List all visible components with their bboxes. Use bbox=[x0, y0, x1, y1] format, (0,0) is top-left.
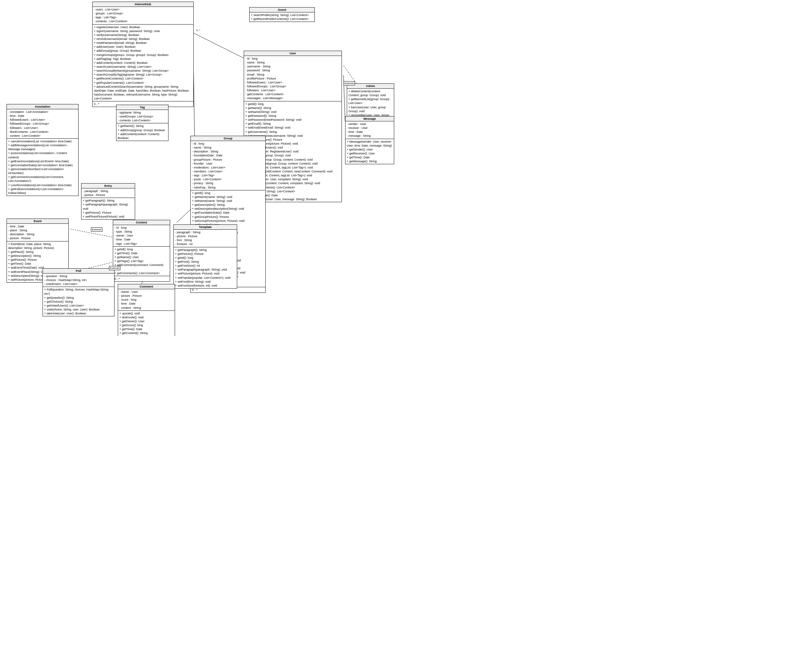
comment-title: Comment bbox=[118, 284, 175, 289]
poll-fields: - question : String - choices : HashMap<… bbox=[43, 274, 114, 287]
template-title: Template bbox=[174, 225, 237, 230]
poll-class: Poll - question : String - choices : Has… bbox=[43, 268, 115, 316]
extends-label-event: Extends bbox=[91, 227, 102, 232]
message-class: Message - sender : User - receiver : Use… bbox=[345, 116, 394, 164]
comment-class: Comment - owner : User - picture : Pictu… bbox=[118, 284, 175, 336]
user-fields: - id : long - name : String - username :… bbox=[244, 56, 342, 101]
extends-label-poll: Extends bbox=[109, 266, 120, 270]
poll-methods: + Poll(question: String, choices: HashMa… bbox=[43, 287, 114, 316]
tag-methods: + getName(): String + addGroup(group: Gr… bbox=[117, 123, 168, 141]
svg-line-0 bbox=[193, 33, 249, 61]
content-class: Content - id : long - type : String - ow… bbox=[113, 220, 170, 282]
annotation-methods: + cancelAnnotation(List <Annotation> tim… bbox=[7, 139, 78, 196]
annotation-title: Annotation bbox=[7, 104, 78, 109]
guest-title: Guest bbox=[250, 8, 314, 13]
content-multiplicity: 0 ..* bbox=[113, 276, 170, 282]
message-methods: + Message(sender: User, receiver: User, … bbox=[346, 139, 394, 164]
svg-text:0..*: 0..* bbox=[196, 29, 200, 32]
interesthub-fields: - users : List<User> - groups : List<Gro… bbox=[93, 7, 194, 24]
extends-label-admin: Extends bbox=[344, 81, 355, 85]
diagram-container: 0..* 0..* 0..* InterestHub - users : Lis… bbox=[0, 0, 396, 336]
content-title: Content bbox=[113, 220, 170, 225]
content-methods: + getId(): long + getTime(): Date + getN… bbox=[113, 247, 170, 276]
tag-title: Tag bbox=[117, 105, 168, 110]
poll-title: Poll bbox=[43, 269, 114, 274]
message-fields: - sender : User - receiver : User - time… bbox=[346, 122, 394, 139]
annotation-class: Annotation - Annotation : List<Annotatio… bbox=[6, 104, 78, 196]
message-title: Message bbox=[346, 117, 394, 122]
group-fields: - id : long - name : String - descriptio… bbox=[191, 141, 265, 190]
interesthub-title: InterestHub bbox=[93, 2, 194, 7]
event-title: Event bbox=[7, 219, 68, 224]
tag-fields: - tagName: String - usedGroups: List<Gro… bbox=[117, 110, 168, 123]
comment-fields: - owner : User - picture : Picture - sco… bbox=[118, 289, 175, 311]
entry-methods: + getParagraph(): String + setParagraph(… bbox=[82, 198, 135, 219]
template-class: Template - paragraph : String - picture … bbox=[173, 224, 237, 288]
template-methods: + getParagraph(): String + getPicture():… bbox=[174, 247, 237, 288]
user-title: User bbox=[244, 51, 342, 56]
comment-methods: + upvote(): void + downvote(): void + ge… bbox=[118, 311, 175, 336]
annotation-fields: - Annotation : List<Annotation> - time :… bbox=[7, 109, 78, 139]
guest-class: Guest + searchPublic(string: String): Li… bbox=[249, 7, 315, 22]
entry-class: Entry - paragraph : String - picture : P… bbox=[81, 183, 135, 219]
interesthub-methods: + register(newUser: User): Boolean + sig… bbox=[93, 24, 194, 102]
content-fields: - id : long - type : String - owner : Us… bbox=[113, 225, 170, 247]
interesthub-class: InterestHub - users : List<User> - group… bbox=[92, 2, 194, 107]
group-title: Group bbox=[191, 136, 265, 141]
tag-class: Tag - tagName: String - usedGroups: List… bbox=[116, 105, 168, 141]
guest-methods: + searchPublic(string: String): List<Con… bbox=[250, 13, 314, 22]
entry-title: Entry bbox=[82, 184, 135, 189]
entry-fields: - paragraph : String - picture : Picture bbox=[82, 189, 135, 198]
event-fields: - time : Date - place : String - descrip… bbox=[7, 224, 68, 242]
template-fields: - paragraph : String - picture : Picture… bbox=[174, 230, 237, 247]
